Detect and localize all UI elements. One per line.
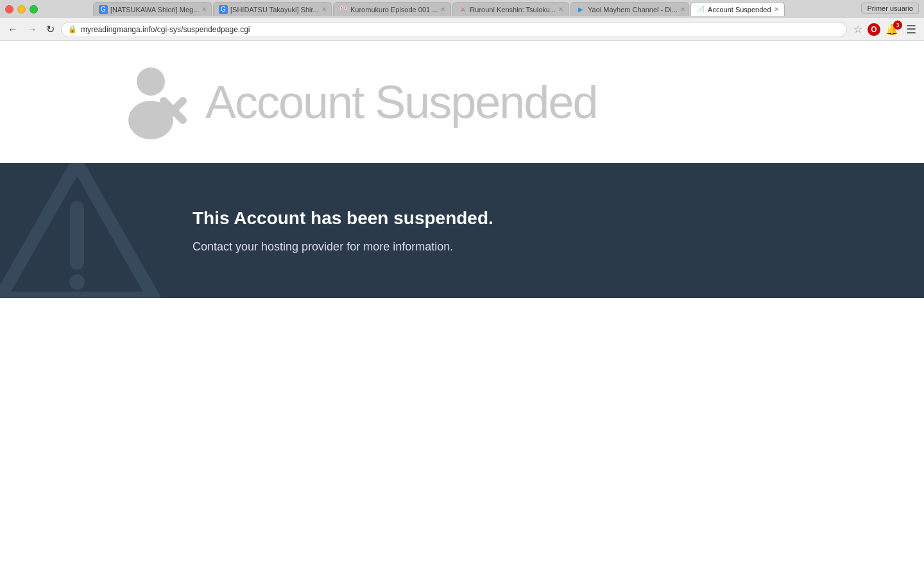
address-bar[interactable]: 🔒 myreadingmanga.info/cgi-sys/suspendedp… bbox=[61, 22, 847, 37]
tab-natsukawa[interactable]: G [NATSUKAWA Shiori] Meg... ✕ bbox=[93, 2, 212, 16]
tab-favicon-1: G bbox=[99, 5, 108, 14]
primer-usuario-button[interactable]: Primer usuario bbox=[861, 3, 919, 14]
tab-favicon-3: 🎌 bbox=[339, 5, 348, 14]
nav-bar: ← → ↻ 🔒 myreadingmanga.info/cgi-sys/susp… bbox=[0, 18, 924, 41]
tab-kuromukuro[interactable]: 🎌 Kuromukuro Episode 001 ... ✕ bbox=[333, 2, 451, 16]
back-button[interactable]: ← bbox=[5, 22, 21, 37]
tab-label-4: Rurouni Kenshin: Tsuioku... bbox=[470, 6, 556, 13]
tab-favicon-5: ▶ bbox=[576, 5, 585, 14]
tab-favicon-2: G bbox=[219, 5, 228, 14]
tab-close-2[interactable]: ✕ bbox=[321, 6, 327, 13]
bookmark-button[interactable]: ☆ bbox=[851, 22, 865, 37]
tab-shidatsu[interactable]: G [SHIDATSU Takayuki] Shir... ✕ bbox=[213, 2, 332, 16]
tab-favicon-6: 📄 bbox=[696, 5, 705, 14]
tabs-bar: G [NATSUKAWA Shiori] Meg... ✕ G [SHIDATS… bbox=[42, 2, 919, 16]
tab-label-5: Yaoi Mayhem Channel - Di... bbox=[588, 6, 678, 13]
banner-heading: This Account has been suspended. bbox=[193, 208, 493, 229]
suspended-banner: This Account has been suspended. Contact… bbox=[0, 163, 924, 298]
banner-subtext: Contact your hosting provider for more i… bbox=[193, 240, 493, 254]
warning-watermark bbox=[0, 163, 160, 298]
page-content: Account Suspended This Account has been … bbox=[0, 41, 924, 578]
tab-rurouni[interactable]: ⚔ Rurouni Kenshin: Tsuioku... ✕ bbox=[452, 2, 569, 16]
url-text: myreadingmanga.info/cgi-sys/suspendedpag… bbox=[81, 25, 250, 34]
tab-label-3: Kuromukuro Episode 001 ... bbox=[350, 6, 438, 13]
title-bar: G [NATSUKAWA Shiori] Meg... ✕ G [SHIDATS… bbox=[0, 0, 924, 18]
tab-label-2: [SHIDATSU Takayuki] Shir... bbox=[230, 6, 319, 13]
svg-point-0 bbox=[137, 67, 165, 96]
notification-area[interactable]: 🔔 3 bbox=[883, 22, 901, 37]
banner-text-container: This Account has been suspended. Contact… bbox=[193, 208, 493, 254]
tab-label-1: [NATSUKAWA Shiori] Meg... bbox=[110, 6, 199, 13]
svg-point-6 bbox=[69, 274, 85, 290]
lock-icon: 🔒 bbox=[68, 25, 77, 33]
menu-button[interactable]: ☰ bbox=[903, 21, 919, 38]
tab-yaoi-mayhem[interactable]: ▶ Yaoi Mayhem Channel - Di... ✕ bbox=[570, 2, 689, 16]
forward-button[interactable]: → bbox=[24, 22, 40, 37]
tab-favicon-4: ⚔ bbox=[458, 5, 467, 14]
opera-button[interactable]: O bbox=[868, 23, 880, 36]
traffic-light-red[interactable] bbox=[5, 5, 13, 13]
user-suspended-icon bbox=[116, 62, 193, 139]
white-area bbox=[0, 298, 924, 578]
notification-badge: 3 bbox=[893, 21, 902, 30]
nav-right-controls: ☆ O 🔔 3 ☰ bbox=[851, 21, 919, 38]
tab-close-4[interactable]: ✕ bbox=[558, 6, 563, 13]
tab-label-6: Account Suspended bbox=[708, 6, 771, 13]
tab-close-5[interactable]: ✕ bbox=[680, 6, 685, 13]
suspended-header: Account Suspended bbox=[0, 41, 924, 163]
traffic-light-yellow[interactable] bbox=[17, 5, 26, 13]
browser-chrome: G [NATSUKAWA Shiori] Meg... ✕ G [SHIDATS… bbox=[0, 0, 924, 41]
tab-account-suspended[interactable]: 📄 Account Suspended ✕ bbox=[690, 2, 784, 16]
tab-close-3[interactable]: ✕ bbox=[440, 6, 445, 13]
warning-triangle-svg bbox=[0, 163, 160, 298]
page-title: Account Suspended bbox=[205, 76, 597, 128]
reload-button[interactable]: ↻ bbox=[44, 22, 57, 37]
tab-close-6[interactable]: ✕ bbox=[774, 6, 779, 13]
user-icon-wrapper bbox=[116, 62, 193, 142]
tab-close-1[interactable]: ✕ bbox=[201, 6, 207, 13]
traffic-light-green[interactable] bbox=[30, 5, 38, 13]
